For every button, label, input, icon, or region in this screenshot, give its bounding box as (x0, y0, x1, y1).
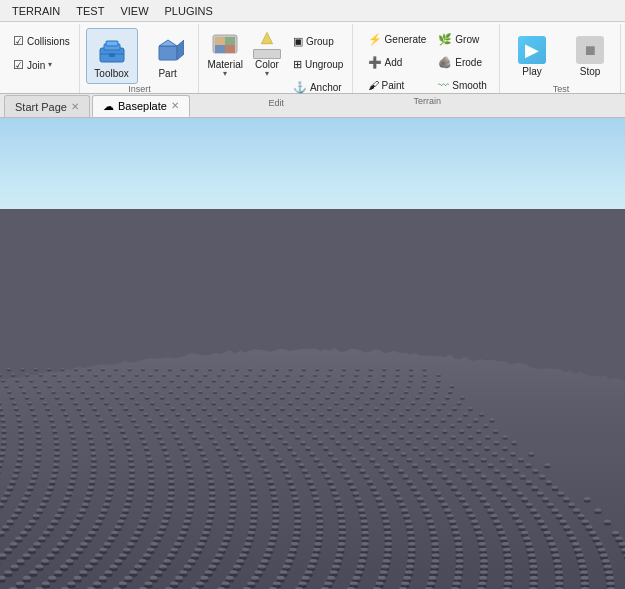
stop-label: Stop (580, 66, 601, 77)
collisions-button[interactable]: ☑ Collisions (8, 30, 75, 52)
svg-rect-9 (215, 37, 225, 45)
material-button[interactable]: Material ▾ (204, 28, 246, 81)
color-button[interactable]: Color ▾ (248, 28, 286, 81)
play-button[interactable]: ▶ Play (506, 28, 558, 84)
anchor-label: Anchor (310, 82, 342, 93)
menu-view[interactable]: VIEW (112, 3, 156, 19)
tab-baseplate[interactable]: ☁ Baseplate ✕ (92, 95, 190, 117)
part-label: Part (158, 68, 176, 79)
terrain-canvas (0, 209, 625, 589)
toolbox-icon (96, 34, 128, 66)
grow-button[interactable]: 🌿 Grow (433, 28, 491, 50)
part-button[interactable]: Part (142, 28, 194, 84)
material-dropdown-icon: ▾ (223, 70, 227, 78)
ungroup-button[interactable]: ⊞ Ungroup (288, 53, 348, 75)
color-icon (251, 31, 283, 59)
edit-group-label: Edit (269, 98, 285, 110)
test-group-label: Test (553, 84, 570, 96)
svg-marker-13 (261, 32, 272, 43)
terrain-group: ⚡ Generate ➕ Add 🖌 Paint 🌿 Grow (355, 24, 500, 93)
paint-label: Paint (382, 80, 405, 91)
add-label: Add (385, 57, 403, 68)
color-swatch (253, 49, 281, 59)
svg-rect-5 (159, 46, 177, 60)
smooth-label: Smooth (452, 80, 486, 91)
paint-button[interactable]: 🖌 Paint (363, 74, 432, 96)
menu-plugins[interactable]: PLUGINS (157, 3, 221, 19)
tab-start-page-close[interactable]: ✕ (71, 102, 79, 112)
menu-test[interactable]: TEST (68, 3, 112, 19)
tab-start-page[interactable]: Start Page ✕ (4, 95, 90, 117)
part-icon (152, 34, 184, 66)
smooth-icon: 〰 (438, 79, 449, 91)
anchor-button[interactable]: ⚓ Anchor (288, 76, 348, 98)
collisions-checkbox-icon: ☑ (13, 34, 24, 48)
stop-button[interactable]: ⏹ Stop (564, 28, 616, 84)
ungroup-label: Ungroup (305, 59, 343, 70)
svg-marker-7 (177, 40, 184, 60)
play-label: Play (522, 66, 541, 77)
grow-label: Grow (455, 34, 479, 45)
join-label: Join (27, 60, 45, 71)
generate-label: Generate (385, 34, 427, 45)
terrain-group-label: Terrain (413, 96, 441, 108)
svg-rect-10 (225, 37, 235, 45)
erode-button[interactable]: 🪨 Erode (433, 51, 491, 73)
erode-icon: 🪨 (438, 56, 452, 69)
add-button[interactable]: ➕ Add (363, 51, 432, 73)
ribbon: ☑ Collisions ☑ Join ▾ (0, 22, 625, 94)
collisions-label: Collisions (27, 36, 70, 47)
menu-bar: TERRAIN TEST VIEW PLUGINS (0, 0, 625, 22)
ungroup-icon: ⊞ (293, 58, 302, 71)
svg-rect-2 (106, 41, 118, 46)
color-dropdown-icon: ▾ (265, 70, 269, 78)
home-group: ☑ Collisions ☑ Join ▾ (4, 24, 80, 93)
play-icon: ▶ (518, 36, 546, 64)
stop-icon: ⏹ (576, 36, 604, 64)
tab-start-page-label: Start Page (15, 101, 67, 113)
smooth-button[interactable]: 〰 Smooth (433, 74, 491, 96)
toolbox-button[interactable]: Toolbox (86, 28, 138, 84)
toolbox-label: Toolbox (94, 68, 128, 79)
anchor-icon: ⚓ (293, 81, 307, 94)
generate-icon: ⚡ (368, 33, 382, 46)
group-button[interactable]: ▣ Group (288, 30, 348, 52)
join-button[interactable]: ☑ Join ▾ (8, 54, 57, 76)
grow-icon: 🌿 (438, 33, 452, 46)
svg-rect-11 (215, 45, 225, 53)
svg-marker-6 (159, 40, 177, 46)
join-checkbox-icon: ☑ (13, 58, 24, 72)
paint-icon: 🖌 (368, 79, 379, 91)
edit-group: Material ▾ Color ▾ ▣ Group (201, 24, 354, 93)
generate-button[interactable]: ⚡ Generate (363, 28, 432, 50)
group-label: Group (306, 36, 334, 47)
menu-terrain[interactable]: TERRAIN (4, 3, 68, 19)
add-icon: ➕ (368, 56, 382, 69)
tab-baseplate-label: Baseplate (118, 100, 167, 112)
cloud-icon: ☁ (103, 100, 114, 113)
material-icon (209, 31, 241, 59)
group-icon: ▣ (293, 35, 303, 48)
join-dropdown-icon: ▾ (48, 61, 52, 69)
insert-group: Toolbox Part Insert (82, 24, 199, 93)
tab-baseplate-close[interactable]: ✕ (171, 101, 179, 111)
svg-rect-12 (225, 45, 235, 53)
viewport (0, 118, 625, 589)
test-group: ▶ Play ⏹ Stop Test (502, 24, 621, 93)
erode-label: Erode (455, 57, 482, 68)
